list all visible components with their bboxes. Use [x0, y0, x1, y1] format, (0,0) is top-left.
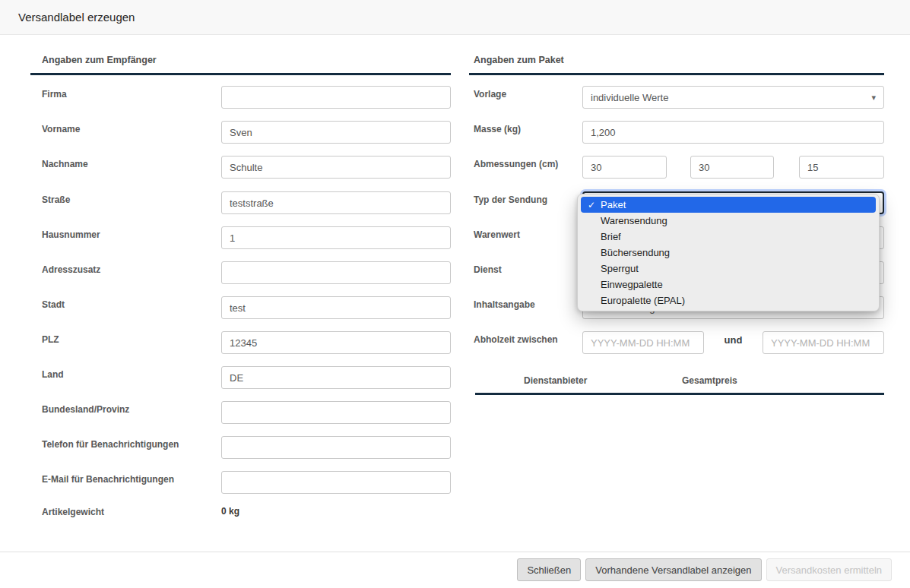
abholzeit-von-input[interactable] — [582, 331, 704, 354]
stadt-label: Stadt — [42, 299, 65, 310]
masse-input[interactable] — [582, 121, 884, 144]
email-input[interactable] — [221, 471, 451, 494]
section-title-empfaenger: Angaben zum Empfänger — [42, 55, 157, 65]
dropdown-option-europalette[interactable]: Europalette (EPAL) — [581, 292, 876, 308]
hausnummer-input[interactable] — [221, 226, 451, 249]
bundesland-input[interactable] — [221, 401, 451, 424]
firma-input[interactable] — [221, 86, 451, 109]
warenwert-label: Warenwert — [474, 229, 520, 240]
dropdown-option-warensendung[interactable]: Warensendung — [581, 213, 876, 229]
section-divider — [469, 73, 884, 75]
dropdown-option-brief[interactable]: Brief — [581, 229, 876, 245]
telefon-input[interactable] — [221, 436, 451, 459]
strasse-label: Straße — [42, 194, 70, 205]
table-column-gesamtpreis: Gesamtpreis — [682, 375, 737, 386]
chevron-down-icon: ▾ — [871, 93, 876, 102]
dropdown-option-paket[interactable]: ✓ Paket — [581, 197, 876, 213]
dropdown-option-buechersendung[interactable]: Büchersendung — [581, 245, 876, 261]
vorlage-select[interactable]: individuelle Werte ▾ — [582, 86, 884, 109]
abmessung-breite-input[interactable] — [690, 156, 774, 179]
dropdown-option-einwegpalette[interactable]: Einwegpalette — [581, 277, 876, 292]
adresszusatz-input[interactable] — [221, 261, 451, 284]
land-label: Land — [42, 369, 64, 380]
section-divider — [30, 73, 451, 75]
plz-input[interactable] — [221, 331, 451, 354]
abholzeit-bis-input[interactable] — [763, 331, 884, 354]
abmessung-laenge-input[interactable] — [582, 156, 667, 179]
abholzeit-label: Abholzeit zwischen — [474, 334, 558, 345]
typ-der-sendung-menu: ✓ Paket Warensendung Brief Büchersendung… — [577, 194, 880, 311]
bundesland-label: Bundesland/Provinz — [42, 404, 129, 415]
nachname-input[interactable] — [221, 156, 451, 179]
footer-divider — [0, 552, 910, 552]
land-input[interactable] — [221, 366, 451, 389]
abmessung-hoehe-input[interactable] — [799, 156, 884, 179]
strasse-input[interactable] — [221, 191, 451, 214]
artikelgewicht-value: 0 kg — [221, 506, 239, 517]
hausnummer-label: Hausnummer — [42, 229, 100, 240]
inhaltsangabe-label: Inhaltsangabe — [474, 299, 535, 310]
vorname-label: Vorname — [42, 124, 80, 134]
table-column-dienstanbieter: Dienstanbieter — [524, 375, 587, 386]
vorhandene-versandlabel-anzeigen-button[interactable]: Vorhandene Versandlabel anzeigen — [585, 558, 761, 581]
dialog-title: Versandlabel erzeugen — [18, 11, 135, 24]
section-title-paket: Angaben zum Paket — [474, 55, 564, 65]
vorlage-selected-value: individuelle Werte — [591, 92, 668, 103]
nachname-label: Nachname — [42, 159, 88, 169]
vorname-input[interactable] — [221, 121, 451, 144]
telefon-label: Telefon für Benachrichtigungen — [42, 439, 179, 450]
adresszusatz-label: Adresszusatz — [42, 264, 100, 275]
artikelgewicht-label: Artikelgewicht — [42, 507, 104, 517]
dropdown-option-sperrgut[interactable]: Sperrgut — [581, 261, 876, 277]
email-label: E-Mail für Benachrichtigungen — [42, 474, 174, 485]
typ-der-sendung-label: Typ der Sendung — [474, 194, 547, 205]
masse-label: Masse (kg) — [474, 124, 521, 134]
table-divider — [475, 393, 884, 395]
firma-label: Firma — [42, 89, 67, 100]
dienst-label: Dienst — [474, 264, 502, 275]
abmessungen-label: Abmessungen (cm) — [474, 159, 558, 169]
versandkosten-ermitteln-button: Versandkosten ermitteln — [766, 558, 892, 581]
dialog-header: Versandlabel erzeugen — [0, 0, 910, 35]
vorlage-label: Vorlage — [474, 89, 506, 100]
footer-button-bar: Schließen Vorhandene Versandlabel anzeig… — [517, 558, 892, 581]
check-icon: ✓ — [585, 200, 601, 210]
schliessen-button[interactable]: Schließen — [517, 558, 581, 581]
abholzeit-conjunction: und — [704, 334, 763, 346]
stadt-input[interactable] — [221, 296, 451, 319]
plz-label: PLZ — [42, 334, 59, 345]
